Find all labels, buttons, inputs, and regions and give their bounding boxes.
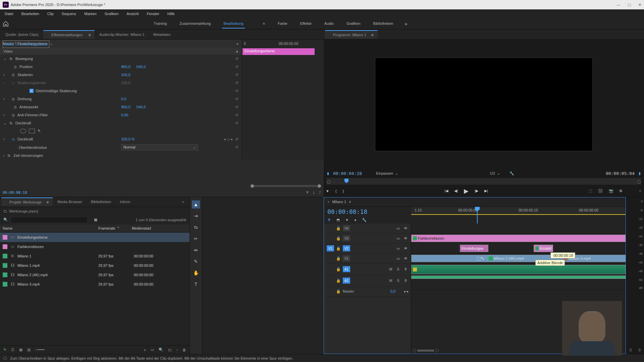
stopwatch-icon[interactable]: ◷ [11, 97, 15, 101]
drehung-value[interactable]: 0,0 [121, 97, 126, 101]
add-marker-button[interactable]: ▼ [326, 189, 329, 193]
tab-quelle[interactable]: Quelle: (keine Clips) [1, 31, 43, 39]
workspace-audio[interactable]: Audio [323, 19, 335, 28]
sort-icon[interactable]: ≡ [144, 348, 146, 352]
voiceover-icon[interactable]: 🎙 [403, 279, 408, 283]
new-bin-icon[interactable]: 🗀 [168, 348, 172, 352]
eye-icon[interactable]: 👁 [403, 226, 408, 231]
workspace-bearbeitung[interactable]: Bearbeitung [222, 19, 245, 28]
sequence-name[interactable]: Milano 1 [332, 200, 346, 204]
eye-icon[interactable]: 👁 [403, 236, 408, 241]
solo-right[interactable]: S [638, 348, 641, 352]
mute-button[interactable]: M [388, 279, 393, 283]
reset-drehung[interactable]: ↺ [235, 97, 238, 101]
track-v3[interactable]: 🔒V3▭👁 [324, 234, 411, 244]
tab-metadaten[interactable]: Metadaten [149, 31, 175, 39]
mask-rect-icon[interactable] [29, 129, 35, 133]
tab-projekt[interactable]: Projekt: Werkzeuge ≡ [1, 197, 53, 206]
col-name[interactable]: Name [0, 225, 96, 232]
track-v2[interactable]: V1🔒V2▭👁 [324, 244, 411, 254]
go-out-button[interactable]: ▶| [484, 189, 488, 193]
export-frame-icon[interactable]: ⭳ [312, 190, 316, 195]
workspace-bibliotheken[interactable]: Bibliotheken [372, 19, 395, 28]
reset-anker[interactable]: ↺ [235, 105, 238, 109]
sequence-menu-icon[interactable]: ≡ [349, 200, 351, 204]
collapse-up-icon[interactable]: ▴ [236, 49, 238, 53]
toggle-output-icon[interactable]: ▭ [395, 246, 401, 251]
program-timecode[interactable]: 00:00:04:28 [333, 171, 362, 176]
mask-ellipse-icon[interactable] [20, 129, 26, 133]
stopwatch-icon[interactable]: ◷ [13, 105, 17, 109]
position-y[interactable]: 540,0 [137, 65, 146, 69]
stopwatch-active-icon[interactable]: ◷ [11, 137, 15, 141]
mute-button[interactable]: M [388, 267, 393, 271]
play-button[interactable]: ▶ [464, 187, 469, 195]
menu-fenster[interactable]: Fenster [144, 10, 163, 17]
selection-tool[interactable]: ▲ [192, 200, 200, 208]
clip-farbkorrekturen[interactable]: Farbkorrekturen [411, 235, 626, 242]
track-master[interactable]: 🔒Master0,0▸◂ [324, 287, 411, 297]
master-meter-icon[interactable]: ▸◂ [404, 289, 408, 294]
share-icon[interactable]: ⤴ [319, 190, 321, 195]
twirl-skalieren[interactable]: › [3, 72, 5, 77]
menu-datei[interactable]: Datei [1, 10, 17, 17]
lift-button[interactable]: ⬚ [589, 189, 592, 193]
tab-effekteinstellungen[interactable]: Effekteinstellungen ≡ [43, 30, 95, 39]
maximize-button[interactable]: ▢ [628, 3, 631, 7]
tab-inform[interactable]: Inform [116, 198, 134, 206]
mark-in-button[interactable]: { [335, 189, 337, 193]
wrench-icon[interactable]: 🔧 [509, 171, 514, 176]
close-sequence-icon[interactable]: × [327, 200, 329, 204]
lock-icon[interactable]: 🔒 [336, 256, 341, 261]
reset-position[interactable]: ↺ [235, 65, 238, 69]
project-item[interactable]: ▭Einstellungsebene [0, 233, 190, 242]
lock-icon[interactable]: 🔒 [336, 289, 341, 294]
play-only-icon[interactable]: ▸ [237, 42, 239, 46]
twirl-deckkraft[interactable]: › [3, 137, 5, 141]
group-deckkraft[interactable]: Deckkraft [15, 121, 31, 125]
clip-einstellungsebene-2[interactable]: Einstell [534, 245, 553, 252]
tab-bibliotheken[interactable]: Bibliotheken [87, 198, 115, 206]
kf-add-icon[interactable]: ◇ [227, 137, 230, 141]
add-marker-tl-icon[interactable]: ▼ [345, 218, 349, 222]
playhead-icon[interactable] [344, 179, 348, 183]
freeform-view-icon[interactable]: ▥ [27, 348, 31, 352]
group-bewegung[interactable]: Bewegung [15, 57, 33, 61]
project-item[interactable]: ⧉Milano 129,97 fps00:00:00:00 [0, 251, 190, 261]
timeline-timecode[interactable]: 00:00:08:18 [324, 207, 411, 217]
export-frame-button[interactable]: 📷 [609, 189, 613, 193]
lock-icon[interactable]: 🔒 [336, 279, 341, 283]
anker-x[interactable]: 960,0 [121, 105, 130, 109]
group-zeit[interactable]: Zeit-Verzerrungen [13, 154, 43, 158]
button-editor-icon[interactable]: ＋ [638, 188, 642, 193]
solo-left[interactable]: S [630, 348, 632, 352]
mask-pen-icon[interactable]: ✎ [38, 129, 44, 133]
list-view-icon[interactable]: ☰ [11, 348, 14, 352]
tl-zoom-scrollbar[interactable] [417, 350, 434, 352]
step-fwd-button[interactable]: |▶ [475, 189, 478, 193]
new-item-icon[interactable]: ✎ [3, 348, 6, 352]
checkbox-gleichmaessig[interactable]: ✓ [30, 89, 34, 93]
razor-tool[interactable]: ✂ [192, 235, 200, 243]
lock-icon[interactable]: 🔒 [336, 246, 341, 251]
deckkraft-value[interactable]: 100,0 % [121, 137, 135, 141]
step-back-button[interactable]: ◀| [454, 189, 458, 193]
type-tool[interactable]: T [192, 280, 200, 288]
tl-settings-icon[interactable]: ● [354, 218, 357, 222]
fx-badge-icon[interactable]: fx [9, 121, 13, 125]
effect-clip-label[interactable]: Milano 1 * Einstellungsebene [3, 41, 49, 48]
ripple-edit-tool[interactable]: ⇆ [192, 223, 200, 231]
project-item[interactable]: 🎞Milano 2 (4K).mp429,97 fps00:00:00:00 [0, 270, 190, 280]
position-x[interactable]: 960,0 [121, 65, 130, 69]
filter-icon[interactable]: ⧩ [306, 190, 309, 195]
twirl-zeit[interactable]: › [3, 153, 5, 158]
workspace-overflow-icon[interactable]: » [405, 21, 407, 26]
mark-out-button[interactable]: } [343, 189, 344, 193]
voiceover-icon[interactable]: 🎙 [403, 267, 408, 271]
snap-icon[interactable]: ⸎ [327, 218, 331, 222]
workspace-farbe[interactable]: Farbe [276, 19, 289, 28]
new-item-menu-icon[interactable]: ▫ [176, 348, 178, 352]
toggle-output-icon[interactable]: ▭ [395, 256, 401, 261]
reset-skalieren[interactable]: ↺ [235, 73, 238, 77]
eye-icon[interactable]: 👁 [403, 246, 408, 251]
